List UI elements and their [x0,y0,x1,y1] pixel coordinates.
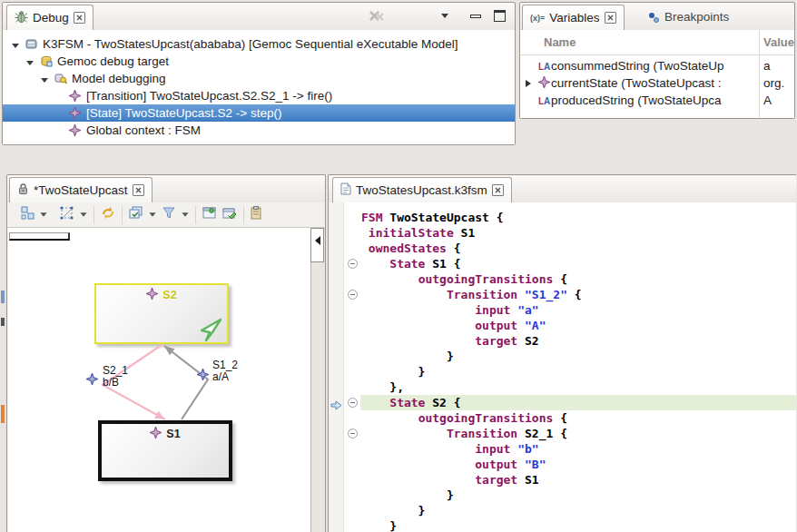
code-line[interactable]: } [361,518,397,532]
state-star-icon [150,427,162,441]
bug-icon [15,10,28,26]
code-line[interactable]: input "a" [361,302,539,318]
column-name[interactable]: Name [544,35,576,49]
code-line[interactable]: State S2 { [361,395,461,410]
debug-tree-row-label: Global context : FSM [86,123,201,137]
tab-debug[interactable]: Debug [6,5,93,30]
close-icon[interactable] [133,184,144,196]
fold-collapse-icon[interactable] [348,259,358,269]
diagram-editor-tabbar: *TwoStateUpcast [7,175,325,203]
close-icon[interactable] [492,184,504,196]
view-menu-icon[interactable] [441,14,448,18]
lock-icon [17,182,29,198]
debug-tree-row[interactable]: [Transition] TwoStateUpcast.S2.S2_1 -> f… [3,87,515,104]
variable-value: A [763,94,792,107]
tab-diagram[interactable]: *TwoStateUpcast [9,177,153,202]
animation-cursor-icon [199,318,223,346]
state-node-s1[interactable]: S1 [98,420,232,481]
code-line[interactable]: Transition "S1_2" { [361,287,582,302]
clipboard-icon[interactable] [251,206,261,223]
variables-icon: (x)= [530,14,545,23]
string-variable-icon: LA [538,59,551,73]
select-marquee-icon[interactable] [60,206,74,224]
tab-breakpoints[interactable]: Breakpoints [642,5,736,29]
debug-tree-row-label: Gemoc debug target [57,54,169,68]
filter-icon[interactable] [162,206,176,223]
expander-icon[interactable] [41,72,49,85]
palette-collapse-button[interactable] [310,228,324,262]
process-icon [25,37,38,51]
layers-icon[interactable] [129,206,143,223]
state-node-s2[interactable]: S2 [94,283,229,344]
code-line[interactable]: ownedStates { [361,241,461,256]
code-line[interactable]: } [361,364,425,379]
variables-view-tabbar: (x)= Variables Breakpoints [520,3,794,31]
transition-label-s1_2[interactable]: S1_2a/A [212,360,238,383]
debug-tree-row[interactable]: Model debugging [3,70,515,87]
diagram-canvas[interactable]: S2S1S2_1b/BS1_2a/A [8,228,312,532]
code-line[interactable]: outgoingTransitions { [361,410,567,426]
code-line[interactable]: output "B" [361,457,546,472]
layers-menu-icon[interactable] [149,212,155,217]
debug-view-tabbar: Debug [3,3,515,31]
code-line[interactable]: initialState S1 [361,225,475,241]
close-icon[interactable] [74,12,85,24]
refresh-icon[interactable] [101,206,115,223]
debug-tree: K3FSM - TwoStatesUpcast(abababa) [Gemoc … [3,30,515,144]
variable-row[interactable]: LAconsummedString (TwoStateUpa [520,57,794,74]
tab-variables[interactable]: (x)= Variables [522,5,625,30]
code-line[interactable]: target S2 [361,333,539,349]
string-variable-icon: LA [538,94,551,107]
code-editor-panel: TwoStatesUpcast.k3fsm FSM TwoStateUpcast… [328,174,796,532]
model-debugging-icon [54,72,67,85]
export-diagram-icon[interactable] [202,207,217,223]
debug-tree-row[interactable]: Gemoc debug target [3,53,515,70]
tab-diagram-label: *TwoStateUpcast [34,183,128,197]
debug-tree-row-label: [State] TwoStateUpcast.S2 -> step() [86,106,281,120]
arrange-all-icon[interactable] [21,206,34,223]
code-line[interactable]: State S1 { [361,256,461,271]
maximize-icon[interactable] [494,10,506,22]
arrange-menu-icon[interactable] [40,212,46,217]
code-line[interactable]: target S1 [361,472,539,488]
variable-row[interactable]: LAproducedString (TwoStateUpcaA [520,92,794,109]
code-line[interactable]: } [361,349,454,364]
minimize-icon[interactable] [470,15,481,18]
expander-icon[interactable] [26,54,34,68]
code-line[interactable]: output "A" [361,318,546,333]
code-line[interactable]: Transition S2_1 { [361,426,567,441]
variable-name: producedString (TwoStateUpca [551,94,722,107]
filter-menu-icon[interactable] [182,212,188,217]
tab-k3fsm-file[interactable]: TwoStatesUpcast.k3fsm [332,177,512,202]
remove-all-terminated-icon[interactable] [369,10,389,26]
debug-view-panel: Debug K3FSM - TwoStatesUpcast(abababa) [… [2,2,516,145]
code-line[interactable]: } [361,488,454,503]
fold-collapse-icon[interactable] [348,398,358,408]
eclipse-workbench: { "colors": { "selection_blue": "#3d7cc2… [0,0,797,532]
transition-label-s2_1[interactable]: S2_1b/B [103,365,128,389]
code-line[interactable]: }, [361,379,404,395]
debug-tree-row-label: Model debugging [72,72,166,85]
debug-tree-row[interactable]: K3FSM - TwoStatesUpcast(abababa) [Gemoc … [3,35,515,53]
code-line[interactable]: outgoingTransitions { [361,271,567,287]
code-line[interactable]: input "b" [361,441,539,457]
column-value[interactable]: Value [763,35,794,49]
folding-ruler[interactable] [344,202,360,532]
code-editor-body[interactable]: FSM TwoStateUpcast { initialState S1 own… [329,202,796,532]
edit-properties-icon[interactable] [222,207,237,223]
debug-tree-row[interactable]: [State] TwoStateUpcast.S2 -> step() [3,104,515,122]
variable-name: currentState (TwoStateUpcast : [551,76,722,90]
debug-tree-row-label: [Transition] TwoStateUpcast.S2.S2_1 -> f… [86,89,332,103]
variable-row[interactable]: currentState (TwoStateUpcast :org. [520,74,794,92]
expand-arrow-icon[interactable] [526,80,531,87]
purple-star-icon [68,123,82,137]
select-menu-icon[interactable] [80,212,86,217]
expander-icon[interactable] [12,37,20,51]
annotation-ruler[interactable] [329,202,344,532]
debug-tree-row[interactable]: Global context : FSM [3,122,515,139]
fold-collapse-icon[interactable] [348,429,358,438]
close-icon[interactable] [605,12,616,24]
fold-collapse-icon[interactable] [348,290,358,300]
code-line[interactable]: FSM TwoStateUpcast { [361,210,504,225]
code-line[interactable]: } [361,503,425,518]
